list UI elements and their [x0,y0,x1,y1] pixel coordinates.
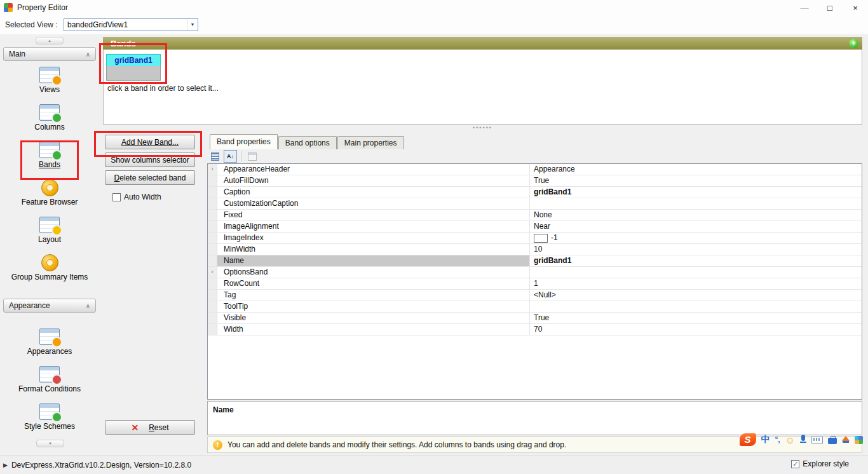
property-name: Visible [217,313,530,323]
property-value-text: True [534,313,549,323]
sidebar-item-feature-browser[interactable]: Feature Browser [3,179,96,208]
skin-icon[interactable] [842,436,850,441]
add-band-icon[interactable]: + [849,39,858,48]
sidebar-item-style-schemes[interactable]: Style Schemes [3,403,96,432]
property-value[interactable]: Near [530,221,862,232]
selected-view-value: bandedGridView1 [64,20,128,29]
property-row-appearanceheader[interactable]: ›AppearanceHeaderAppearance [208,164,862,175]
property-grid[interactable]: ›AppearanceHeaderAppearanceAutoFillDownT… [207,163,862,400]
emoji-icon[interactable]: ☺ [785,435,795,445]
chinese-mode-icon[interactable]: 中 [761,434,770,445]
property-name: Name [217,255,530,266]
row-marker [208,244,217,255]
delete-selected-band-label: Delete selected band [114,173,186,182]
sidebar-item-format-conditions[interactable]: Format Conditions [3,365,96,395]
property-value[interactable]: 10 [530,244,862,255]
row-marker [208,210,217,220]
property-row-autofilldown[interactable]: AutoFillDownTrue [208,175,862,187]
property-value[interactable]: True [530,175,862,186]
property-value[interactable]: 1 [530,278,862,289]
property-row-imageindex[interactable]: ImageIndex-1 [208,233,862,244]
property-row-minwidth[interactable]: MinWidth10 [208,244,862,255]
explorer-style-checkbox[interactable]: ✓ [791,460,799,468]
bands-preview-area[interactable]: gridBand1 click a band in order to selec… [103,50,862,125]
delete-selected-band-button[interactable]: Delete selected band [105,170,195,185]
row-marker [208,290,217,301]
property-value[interactable]: 70 [530,324,862,335]
property-value-text: 70 [534,324,542,335]
show-columns-selector-button[interactable]: Show columns selector [105,152,195,167]
property-description-panel: Name [207,401,862,435]
chevron-down-icon[interactable]: ▼ [187,19,198,30]
property-value-text: 1 [534,278,538,289]
tab-main-properties[interactable]: Main properties [337,136,404,149]
auto-width-checkbox[interactable] [112,193,121,201]
property-name: ImageAlignment [217,221,530,232]
property-row-tooltip[interactable]: ToolTip [208,301,862,313]
reset-button[interactable]: ✕ Reset [105,420,195,435]
property-value[interactable] [530,301,862,312]
sidebar-scroll-down-button[interactable]: ▼ [36,440,64,447]
property-row-optionsband[interactable]: ›OptionsBand [208,267,862,278]
selected-view-combobox[interactable]: bandedGridView1 ▼ [64,18,198,31]
property-value[interactable]: True [530,313,862,323]
expand-arrow-icon[interactable]: ▶ [3,462,8,468]
property-name: CustomizationCaption [217,198,530,209]
property-value[interactable]: Appearance [530,164,862,175]
sidebar-item-views[interactable]: Views [3,66,96,95]
categorized-icon[interactable] [208,150,222,163]
sidebar-item-columns[interactable]: Columns [3,104,96,133]
sidebar-item-group-summary-items[interactable]: Group Summary Items [3,254,96,283]
alphabetical-icon[interactable]: A↓ [224,150,237,163]
sidebar-group-header-main[interactable]: Main∧ [3,47,96,61]
property-row-width[interactable]: Width70 [208,324,862,335]
horizontal-splitter[interactable]: •••••• [103,125,862,131]
property-row-customizationcaption[interactable]: CustomizationCaption [208,198,862,210]
mic-icon[interactable] [800,435,806,445]
property-name: Caption [217,187,530,198]
tab-label: Band properties [217,137,271,146]
views-icon [39,66,60,84]
property-value[interactable]: gridBand1 [530,255,862,266]
expand-arrow-icon[interactable]: › [208,267,217,278]
property-name: RowCount [217,278,530,289]
sidebar-item-layout[interactable]: Layout [3,216,96,245]
property-value[interactable]: gridBand1 [530,187,862,198]
band-body-cell[interactable] [106,66,161,81]
band-hint-text: click a band in order to select it... [107,84,219,93]
punctuation-icon[interactable]: °, [775,435,780,444]
sidebar-item-bands[interactable]: Bands [3,141,96,170]
status-text: DevExpress.XtraGrid.v10.2.Design, Versio… [11,461,191,470]
property-row-caption[interactable]: CaptiongridBand1 [208,187,862,198]
explorer-style-label: Explorer style [803,459,849,468]
property-row-imagealignment[interactable]: ImageAlignmentNear [208,221,862,233]
minimize-button[interactable]: — [792,0,817,15]
menu-grid-icon[interactable] [855,436,863,444]
property-value[interactable] [530,267,862,278]
property-row-visible[interactable]: VisibleTrue [208,313,862,324]
property-tabs: Band propertiesBand optionsMain properti… [210,134,405,149]
property-row-name[interactable]: NamegridBand1 [208,255,862,267]
property-row-fixed[interactable]: FixedNone [208,210,862,221]
property-value[interactable]: None [530,210,862,220]
property-row-tag[interactable]: Tag<Null> [208,290,862,301]
property-description-title: Name [213,405,234,414]
toolbox-icon[interactable] [828,438,837,444]
property-value[interactable]: -1 [530,233,862,243]
image-box [534,234,548,243]
tab-band-properties[interactable]: Band properties [210,134,278,149]
property-row-rowcount[interactable]: RowCount1 [208,278,862,290]
sidebar-group-header-appearance[interactable]: Appearance∧ [3,299,96,313]
sogou-logo-icon[interactable]: S [740,433,756,446]
keyboard-icon[interactable] [811,436,823,444]
close-button[interactable]: × [843,0,868,15]
tab-band-options[interactable]: Band options [278,136,337,149]
sidebar-item-appearances[interactable]: Appearances [3,328,96,357]
add-new-band-button[interactable]: Add New Band... [105,135,195,149]
expand-arrow-icon[interactable]: › [208,164,217,175]
property-value[interactable] [530,198,862,209]
band-header-cell[interactable]: gridBand1 [106,54,161,67]
sidebar-scroll-up-button[interactable]: ▲ [36,37,64,44]
maximize-button[interactable]: □ [817,0,843,15]
property-value[interactable]: <Null> [530,290,862,301]
